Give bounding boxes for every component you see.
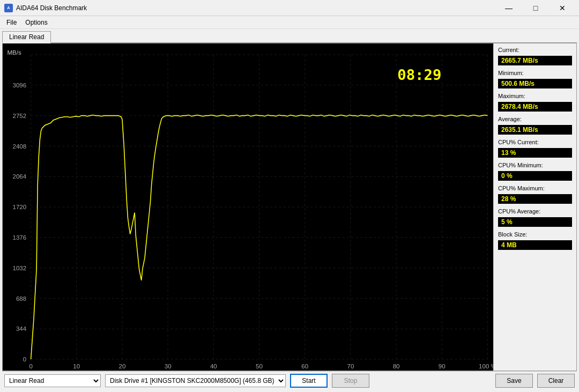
chart-container: MB/s <box>3 43 493 371</box>
main-window: Linear Read MB/s <box>0 29 579 392</box>
menu-options[interactable]: Options <box>21 18 51 27</box>
benchmark-type-dropdown[interactable]: Linear Read <box>4 374 101 387</box>
svg-text:40: 40 <box>210 363 217 369</box>
maximum-label: Maximum: <box>498 93 572 99</box>
block-size-value: 4 MB <box>498 240 572 250</box>
svg-text:100 %: 100 % <box>479 363 493 369</box>
bottom-controls: Linear Read Disk Drive #1 [KINGSTON SKC2… <box>2 371 577 390</box>
time-display: 08:29 <box>397 66 441 83</box>
block-size-label: Block Size: <box>498 231 572 238</box>
start-button[interactable]: Start <box>290 374 328 388</box>
cpu-minimum-label: CPU% Minimum: <box>498 162 572 168</box>
svg-text:0: 0 <box>29 363 32 369</box>
svg-text:80: 80 <box>393 363 400 369</box>
minimum-value: 500.6 MB/s <box>498 79 572 88</box>
minimum-label: Minimum: <box>498 70 572 76</box>
window-controls: — □ ✕ <box>496 0 575 16</box>
cpu-current-label: CPU% Current: <box>498 139 572 145</box>
maximum-value: 2678.4 MB/s <box>498 102 572 112</box>
svg-text:1376: 1376 <box>12 234 26 241</box>
svg-text:2752: 2752 <box>12 113 26 119</box>
current-label: Current: <box>498 47 572 53</box>
svg-text:10: 10 <box>73 363 80 369</box>
cpu-minimum-value: 0 % <box>498 171 572 181</box>
svg-text:90: 90 <box>439 363 446 369</box>
svg-text:MB/s: MB/s <box>7 49 21 56</box>
cpu-maximum-value: 28 % <box>498 194 572 204</box>
current-value: 2665.7 MB/s <box>498 56 572 65</box>
svg-text:50: 50 <box>256 363 263 369</box>
menu-file[interactable]: File <box>2 18 21 27</box>
svg-text:30: 30 <box>165 363 172 369</box>
tab-area: Linear Read <box>2 31 577 43</box>
content-area: MB/s <box>2 43 577 371</box>
cpu-average-value: 5 % <box>498 217 572 227</box>
close-button[interactable]: ✕ <box>550 0 575 16</box>
tab-linear-read[interactable]: Linear Read <box>2 31 51 43</box>
svg-text:344: 344 <box>16 326 27 332</box>
clear-button[interactable]: Clear <box>537 374 575 388</box>
average-value: 2635.1 MB/s <box>498 125 572 135</box>
disk-select-dropdown[interactable]: Disk Drive #1 [KINGSTON SKC2000M8500G] (… <box>105 374 286 387</box>
cpu-maximum-label: CPU% Maximum: <box>498 185 572 191</box>
right-panel: Current: 2665.7 MB/s Minimum: 500.6 MB/s… <box>493 43 576 371</box>
title-bar: A AIDA64 Disk Benchmark — □ ✕ <box>0 0 579 16</box>
svg-text:20: 20 <box>119 363 126 369</box>
svg-text:0: 0 <box>23 356 26 363</box>
save-button[interactable]: Save <box>495 374 533 388</box>
svg-text:60: 60 <box>301 363 308 369</box>
svg-text:1032: 1032 <box>12 265 26 271</box>
svg-text:3096: 3096 <box>12 82 26 88</box>
cpu-average-label: CPU% Average: <box>498 208 572 215</box>
cpu-current-value: 13 % <box>498 148 572 158</box>
maximize-button[interactable]: □ <box>523 0 548 16</box>
svg-text:1720: 1720 <box>12 204 26 210</box>
menu-bar: File Options <box>0 16 579 29</box>
stop-button[interactable]: Stop <box>332 374 369 388</box>
svg-text:70: 70 <box>347 363 354 369</box>
svg-text:2408: 2408 <box>12 143 26 150</box>
minimize-button[interactable]: — <box>496 0 521 16</box>
app-icon: A <box>4 4 13 12</box>
svg-text:2064: 2064 <box>12 173 26 180</box>
benchmark-chart: MB/s <box>3 43 493 371</box>
svg-text:688: 688 <box>16 295 26 302</box>
average-label: Average: <box>498 116 572 122</box>
window-title: AIDA64 Disk Benchmark <box>16 4 496 12</box>
